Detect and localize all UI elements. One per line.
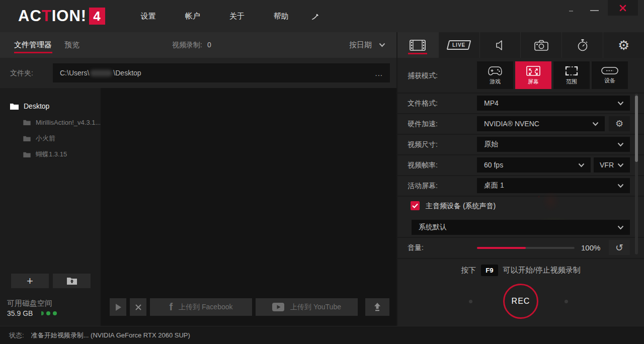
separator <box>397 113 644 114</box>
screen-capture-icon <box>525 65 541 76</box>
capture-mode-label: 捕获模式: <box>408 71 438 80</box>
import-folder-button[interactable] <box>53 274 91 288</box>
tab-file-manager[interactable]: 文件管理器 <box>14 40 52 50</box>
capture-mode-screen[interactable]: 屏幕 <box>515 61 551 89</box>
chevron-down-icon <box>617 101 624 106</box>
close-icon <box>619 4 627 12</box>
file-manager-panel: 文件管理器 预览 视频录制: 0 按日期 文件夹: C:\Users\ \Des… <box>0 32 396 326</box>
folder-upload-icon <box>67 277 77 285</box>
titlebar: ACTION! 4 设置 帐户 关于 帮助 <box>0 0 644 32</box>
pen-tool-icon[interactable] <box>306 7 326 26</box>
separator <box>397 258 644 259</box>
hotkey-hint: 按下 F9 可以开始/停止视频录制 <box>397 265 644 276</box>
audio-device-dropdown[interactable]: 系统默认 <box>412 220 630 235</box>
play-button[interactable] <box>110 298 126 316</box>
stopwatch-icon <box>577 39 589 52</box>
tree-item-desktop[interactable]: Desktop <box>10 99 49 113</box>
framerate-mode-dropdown[interactable]: VFR <box>594 157 630 173</box>
separator <box>397 196 644 197</box>
tab-benchmark-timer[interactable] <box>562 32 603 58</box>
sort-dropdown[interactable]: 按日期 <box>349 40 385 50</box>
logo-version-badge: 4 <box>89 8 105 25</box>
separator <box>397 237 644 238</box>
active-tab-indicator <box>408 53 427 54</box>
camera-icon <box>534 40 548 51</box>
chevron-down-icon <box>617 225 624 230</box>
decorative-dot <box>565 300 568 303</box>
chevron-down-icon <box>617 142 624 147</box>
rec-button[interactable]: REC <box>503 284 538 319</box>
tab-video-recording[interactable] <box>397 32 439 58</box>
upload-button[interactable] <box>365 298 389 316</box>
active-screen-label: 活动屏幕: <box>408 182 438 191</box>
youtube-icon <box>272 303 284 311</box>
tree-item-folder[interactable]: MirillisAction!_v4.3.1... <box>23 115 100 129</box>
tab-screenshot[interactable] <box>521 32 562 58</box>
settings-scrollbar[interactable] <box>635 94 638 254</box>
upload-arrow-icon <box>373 303 381 312</box>
hotkey-action-label: 可以开始/停止视频录制 <box>503 266 581 275</box>
recording-settings-panel: LIVE ⚙ 捕获模式: 游戏 屏幕 范围 <box>397 32 644 326</box>
status-text: 准备开始视频录制... (NVIDIA GeForce RTX 2060 SUP… <box>31 331 190 340</box>
menu-item-settings[interactable]: 设置 <box>126 7 171 26</box>
volume-reset-button[interactable]: ↺ <box>609 240 630 255</box>
tab-audio-recording[interactable] <box>480 32 521 58</box>
logo-part1: AC <box>18 7 42 25</box>
video-records-count: 0 <box>207 41 211 49</box>
separator <box>397 93 644 94</box>
app-window: ACTION! 4 设置 帐户 关于 帮助 文件管理器 预览 视频录制: 0 按… <box>0 0 644 344</box>
tab-preview[interactable]: 预览 <box>64 40 79 50</box>
active-tab-underline <box>14 52 52 53</box>
hw-accel-label: 硬件加速: <box>408 120 438 129</box>
add-folder-button[interactable]: + <box>11 274 49 288</box>
capture-mode-game[interactable]: 游戏 <box>477 61 513 89</box>
filmstrip-icon <box>410 40 426 51</box>
disk-space-value: 35.9 GB <box>7 309 33 317</box>
tab-settings[interactable]: ⚙ <box>603 32 644 58</box>
volume-value: 100% <box>581 243 600 252</box>
scrollbar-thumb[interactable] <box>635 96 638 162</box>
gear-icon: ⚙ <box>618 39 629 52</box>
hw-accel-settings-button[interactable]: ⚙ <box>609 116 630 131</box>
play-icon <box>115 304 121 311</box>
tree-item-folder[interactable]: 小火箭 <box>23 131 55 145</box>
tab-live-streaming[interactable]: LIVE <box>439 32 480 58</box>
gamepad-icon <box>488 65 503 76</box>
folder-tree: Desktop MirillisAction!_v4.3.1... 小火箭 蝴蝶… <box>0 88 101 326</box>
app-logo: ACTION! 4 <box>18 7 105 25</box>
framerate-dropdown[interactable]: 60 fps <box>477 157 591 173</box>
tree-item-folder[interactable]: 蝴蝶1.3.15 <box>23 147 67 161</box>
folder-path-suffix: \Desktop <box>113 69 141 77</box>
upload-youtube-button[interactable]: 上传到 YouTube <box>256 298 358 316</box>
chevron-down-icon <box>617 163 624 167</box>
file-list-area[interactable]: f 上传到 Facebook 上传到 YouTube <box>101 88 396 326</box>
volume-label: 音量: <box>408 243 424 252</box>
menu-item-help[interactable]: 帮助 <box>259 7 303 26</box>
chevron-down-icon <box>617 184 624 188</box>
capture-mode-region[interactable]: 范围 <box>553 61 590 89</box>
close-x-icon <box>135 304 142 311</box>
close-button[interactable] <box>608 0 638 16</box>
capture-mode-device[interactable]: 设备 <box>592 61 628 89</box>
delete-button[interactable] <box>130 298 146 316</box>
folder-label: 文件夹: <box>10 69 33 78</box>
hw-accel-dropdown[interactable]: NVIDIA® NVENC <box>477 116 605 131</box>
hotkey-press-label: 按下 <box>461 266 476 275</box>
primary-audio-checkbox[interactable] <box>411 201 420 210</box>
minimize-button[interactable] <box>590 10 599 11</box>
upload-facebook-button[interactable]: f 上传到 Facebook <box>150 298 252 316</box>
folder-icon <box>23 152 31 157</box>
active-screen-dropdown[interactable]: 桌面 1 <box>477 178 630 193</box>
chevron-down-icon <box>578 163 585 167</box>
menu-item-about[interactable]: 关于 <box>215 7 259 26</box>
folder-icon <box>10 103 19 110</box>
separator <box>397 175 644 176</box>
volume-slider[interactable] <box>477 247 575 249</box>
menu-item-account[interactable]: 帐户 <box>171 7 215 26</box>
video-size-dropdown[interactable]: 原始 <box>477 137 630 152</box>
browse-folder-button[interactable]: ... <box>375 69 383 77</box>
video-records-label: 视频录制: <box>172 41 202 50</box>
tray-minimize-icon[interactable] <box>569 11 573 12</box>
file-format-dropdown[interactable]: MP4 <box>477 96 630 111</box>
folder-path-input[interactable]: C:\Users\ \Desktop ... <box>53 63 390 82</box>
